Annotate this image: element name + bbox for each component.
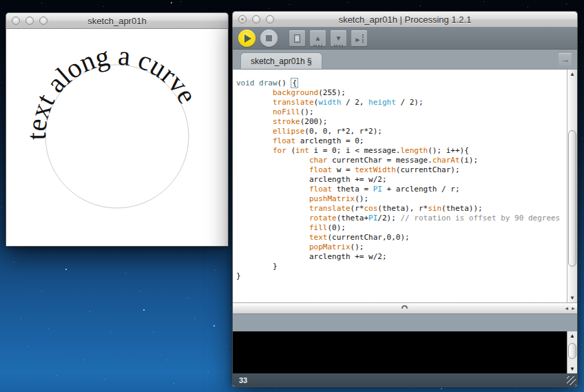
window-controls [238, 15, 274, 23]
code-line: pushMatrix(); [236, 194, 566, 204]
starfield-bright [0, 0, 1, 1]
tab-menu-button[interactable] [559, 53, 572, 66]
code-line: void draw() { [236, 79, 566, 88]
processing-ide-window: sketch_apr01h | Processing 1.2.1 [232, 11, 578, 383]
save-button[interactable] [331, 30, 346, 46]
sketch-canvas-area: text along a curve [6, 29, 229, 247]
code-line: translate(r*cos(theta), r*sin(theta)); [236, 204, 566, 214]
code-lines[interactable]: void draw() { background(255); translate… [236, 79, 566, 281]
run-button[interactable] [238, 30, 255, 47]
editor-scroll-thumb[interactable] [568, 130, 576, 267]
code-line: float theta = PI + arclength / r; [236, 185, 566, 194]
code-line: popMatrix(); [236, 243, 566, 252]
code-line: arclength += w/2; [236, 175, 566, 185]
ide-window-title: sketch_apr01h | Processing 1.2.1 [233, 14, 577, 25]
horizontal-scroll-arrows[interactable] [564, 303, 576, 313]
code-line: float arclength = 0; [236, 136, 566, 146]
console-scroll-up-icon[interactable]: ▲ [567, 333, 577, 339]
close-button[interactable] [238, 15, 247, 23]
code-line: background(255); [236, 88, 566, 98]
zoom-button[interactable] [39, 17, 48, 25]
window-controls [12, 17, 48, 25]
stop-button[interactable] [260, 30, 278, 47]
scroll-down-icon[interactable]: ▼ [567, 295, 577, 301]
sketch-canvas: text along a curve [6, 29, 228, 246]
code-line: text(currentChar,0,0); [236, 233, 566, 243]
code-line: } [236, 271, 566, 281]
code-line: translate(width / 2, height / 2); [236, 98, 566, 107]
tab-sketch-apr01h[interactable]: sketch_apr01h § [241, 53, 322, 69]
play-icon [244, 34, 251, 43]
console-scrollbar[interactable]: ▲ ▼ [567, 331, 577, 373]
sketch-window-titlebar[interactable]: sketch_apr01h [6, 12, 229, 29]
code-line: noFill(); [236, 107, 566, 117]
console-scroll-down-icon[interactable]: ▼ [567, 366, 577, 372]
editor-horizontal-scrollbar[interactable] [233, 302, 577, 313]
stop-icon [266, 35, 272, 41]
scroll-left-icon[interactable] [564, 306, 569, 311]
minimize-button[interactable] [252, 15, 260, 23]
message-area [233, 313, 577, 331]
sketch-output-window: sketch_apr01h text along a curve [6, 12, 229, 245]
tab-menu-arrow-icon [561, 54, 570, 65]
code-line: ellipse(0, 0, r*2, r*2); [236, 127, 566, 136]
minimize-button[interactable] [25, 17, 34, 25]
code-line: float w = textWidth(currentChar); [236, 165, 566, 175]
scroll-up-icon[interactable]: ▲ [567, 71, 577, 77]
export-button[interactable] [351, 30, 367, 46]
open-button[interactable] [310, 30, 326, 46]
scrollbar-dimple [402, 305, 408, 309]
code-line: char currentChar = message.charAt(i); [236, 156, 566, 165]
code-line: stroke(200); [236, 117, 566, 127]
status-bar: 33 [233, 373, 577, 386]
code-line: rotate(theta+PI/2); // rotation is offse… [236, 214, 566, 223]
code-editor[interactable]: void draw() { background(255); translate… [233, 70, 577, 302]
line-number-indicator: 33 [239, 376, 247, 384]
new-file-icon [294, 34, 300, 43]
ide-window-titlebar[interactable]: sketch_apr01h | Processing 1.2.1 [232, 11, 578, 28]
scroll-right-icon[interactable] [571, 306, 576, 311]
tab-label: sketch_apr01h § [251, 56, 312, 66]
code-line: arclength += w/2; [236, 252, 566, 262]
desktop: { "colors": { "run_button": "#F5DC0F", "… [0, 0, 584, 392]
window-resize-grip[interactable] [567, 376, 576, 385]
console: ▲ ▼ [233, 331, 577, 373]
code-line: fill(0); [236, 223, 566, 233]
curved-text: text along a curve [21, 40, 203, 141]
editor-vertical-scrollbar[interactable]: ▲ ▼ [567, 70, 577, 302]
close-button[interactable] [12, 17, 20, 25]
tab-strip: sketch_apr01h § [233, 50, 577, 70]
toolbar [233, 28, 577, 50]
code-line: } [236, 262, 566, 271]
export-icon [355, 32, 362, 45]
save-icon [335, 31, 342, 43]
code-line: for (int i = 0; i < message.length(); i+… [236, 146, 566, 156]
zoom-button[interactable] [266, 15, 274, 23]
console-scroll-thumb[interactable] [568, 343, 576, 359]
new-sketch-button[interactable] [289, 30, 305, 46]
open-icon [315, 31, 322, 43]
